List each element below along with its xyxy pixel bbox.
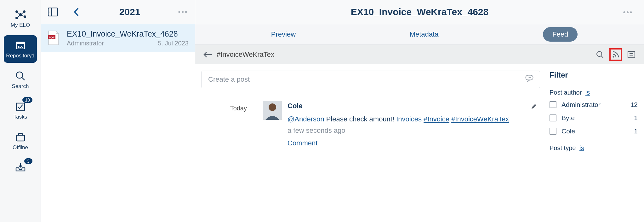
- subscribe-button[interactable]: [609, 48, 622, 61]
- svg-line-13: [22, 78, 25, 80]
- nav-item-my-elo[interactable]: My ELO: [4, 5, 37, 32]
- post-hashtag[interactable]: #InvoiceWeKraTex: [451, 115, 509, 123]
- post-block: Today Cole @Anderson Please che: [202, 98, 540, 148]
- toggle-panes-button[interactable]: [46, 5, 60, 19]
- list-more-button[interactable]: •••: [176, 5, 190, 19]
- feed-layout-button[interactable]: [625, 48, 638, 61]
- svg-point-31: [529, 77, 530, 78]
- svg-point-32: [530, 77, 531, 78]
- post-content: Cole @Anderson Please check amount! Invo…: [288, 101, 540, 148]
- post-mention[interactable]: @Anderson: [288, 115, 324, 123]
- svg-point-12: [16, 72, 23, 78]
- svg-point-19: [49, 12, 50, 13]
- post-author: Cole: [288, 101, 303, 111]
- nav-item-offline[interactable]: Offline: [4, 127, 37, 155]
- post-comment-button[interactable]: Comment: [288, 138, 540, 148]
- svg-rect-15: [16, 135, 25, 141]
- svg-text:PDF: PDF: [49, 36, 55, 39]
- tab-preview[interactable]: Preview: [262, 27, 305, 42]
- svg-text:ELO: ELO: [17, 45, 23, 48]
- briefcase-icon: [14, 131, 27, 143]
- nav-label: Tasks: [14, 114, 27, 120]
- pdf-file-icon: PDF: [47, 30, 61, 44]
- filter-option-count: 1: [634, 114, 638, 122]
- tab-feed[interactable]: Feed: [543, 27, 578, 42]
- nav-label: Offline: [13, 144, 28, 151]
- detail-more-button[interactable]: •••: [621, 5, 635, 19]
- nav-label: Repository1: [6, 53, 35, 59]
- filter-author-option[interactable]: Cole 1: [550, 127, 638, 135]
- edit-post-button[interactable]: [527, 101, 540, 114]
- magnifier-icon: [14, 70, 26, 82]
- detail-title: EX10_Invoice_WeKraTex_4628: [351, 7, 489, 17]
- nav-item-tasks[interactable]: 10 Tasks: [4, 96, 37, 124]
- nav-label: Search: [12, 83, 29, 90]
- nav-item-repository[interactable]: ELO Repository1: [4, 35, 37, 63]
- folder-title: 2021: [83, 7, 176, 17]
- document-list-panel: 2021 ••• PDF EX10_Invoice_WeKraTex_4628 …: [41, 0, 195, 222]
- hashtag-breadcrumb: #InvoiceWeKraTex: [217, 50, 274, 59]
- svg-point-30: [528, 77, 528, 78]
- feed-search-button[interactable]: [594, 48, 606, 61]
- post-timestamp: a few seconds ago: [288, 126, 540, 136]
- left-nav: My ELO ELO Repository1 Search 10 Tasks O…: [0, 0, 41, 222]
- filter-option-label: Byte: [561, 114, 575, 122]
- checkbox-icon: [550, 114, 556, 121]
- post-body-part: Please check amount!: [324, 115, 396, 123]
- post-date-label: Today: [202, 98, 255, 148]
- svg-line-24: [601, 56, 603, 58]
- badge: 10: [22, 97, 32, 103]
- filter-post-author-label: Post author is: [550, 89, 638, 96]
- archive-box-icon: ELO: [14, 39, 27, 52]
- list-header: 2021 •••: [41, 0, 195, 24]
- nav-item-search[interactable]: Search: [4, 66, 37, 93]
- checkbox-icon: [550, 101, 556, 108]
- svg-point-23: [597, 51, 602, 56]
- network-icon: [14, 9, 27, 21]
- feed-main: Create a post Today Cole: [202, 71, 550, 222]
- back-button[interactable]: [69, 5, 83, 19]
- nav-item-inbox[interactable]: 3: [4, 158, 37, 178]
- inbox-tray-icon: [14, 161, 27, 174]
- document-owner: Administrator: [67, 40, 104, 47]
- document-list-item[interactable]: PDF EX10_Invoice_WeKraTex_4628 Administr…: [41, 24, 195, 52]
- feed-breadcrumb-row: #InvoiceWeKraTex: [195, 45, 644, 64]
- badge: 3: [24, 158, 32, 164]
- filter-title: Filter: [550, 71, 638, 79]
- svg-point-34: [269, 103, 276, 111]
- document-date: 5. Jul 2023: [158, 40, 189, 47]
- detail-panel: EX10_Invoice_WeKraTex_4628 ••• Preview M…: [195, 0, 644, 222]
- filter-option-count: 1: [634, 127, 638, 135]
- svg-line-6: [20, 12, 24, 15]
- post-folder-link[interactable]: Invoices: [396, 115, 422, 123]
- speech-bubble-icon: [525, 75, 533, 84]
- tab-metadata[interactable]: Metadata: [400, 27, 448, 42]
- checkbox-icon: [550, 128, 556, 135]
- svg-rect-26: [628, 51, 635, 58]
- filter-author-option[interactable]: Administrator 12: [550, 101, 638, 108]
- detail-header: EX10_Invoice_WeKraTex_4628 •••: [195, 0, 644, 24]
- filter-option-count: 12: [630, 101, 638, 108]
- feed-back-button[interactable]: [202, 48, 214, 61]
- filter-author-option[interactable]: Byte 1: [550, 114, 638, 122]
- svg-line-5: [17, 12, 20, 15]
- filter-sidebar: Filter Post author is Administrator 12 B…: [550, 71, 644, 222]
- nav-label: My ELO: [11, 22, 30, 28]
- filter-post-type-label: Post type is: [550, 144, 638, 152]
- filter-operator-link[interactable]: is: [579, 144, 584, 151]
- document-title: EX10_Invoice_WeKraTex_4628: [67, 29, 189, 38]
- detail-tabs: Preview Metadata Feed: [195, 24, 644, 45]
- svg-line-7: [17, 15, 20, 18]
- post-hashtag[interactable]: #Invoice: [424, 115, 449, 123]
- filter-option-label: Administrator: [561, 101, 601, 108]
- svg-point-25: [613, 56, 614, 57]
- svg-rect-10: [16, 42, 25, 44]
- create-post-input[interactable]: Create a post: [202, 71, 540, 88]
- avatar: [263, 101, 282, 120]
- filter-option-label: Cole: [561, 127, 575, 135]
- create-post-placeholder: Create a post: [208, 75, 250, 84]
- filter-operator-link[interactable]: is: [585, 89, 590, 96]
